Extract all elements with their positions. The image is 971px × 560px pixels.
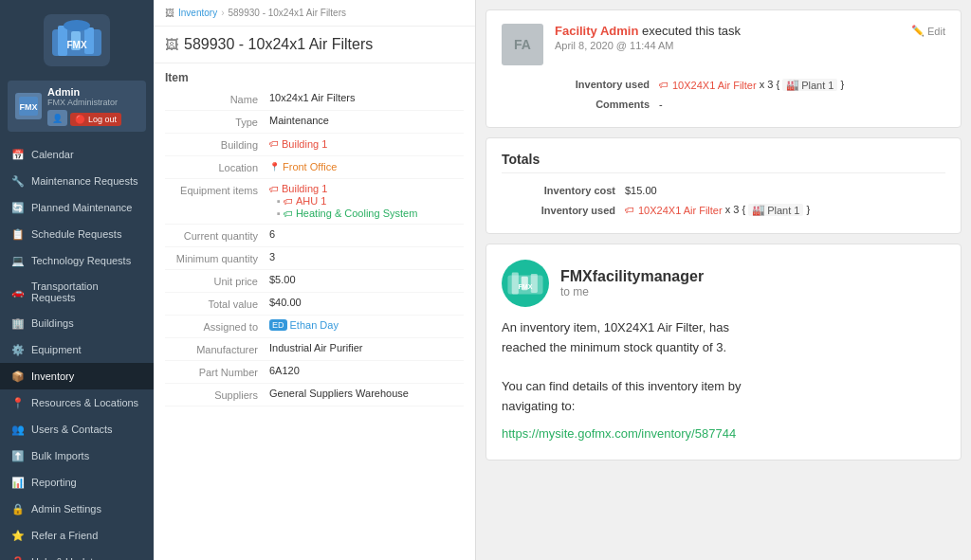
sidebar-item-label: Bulk Imports [31,450,89,461]
sidebar-item-label: Reporting [31,477,77,488]
executed-text: Facility Admin executed this task [555,24,741,38]
email-header: FMX FMXfacilitymanager to me [502,260,945,307]
activity-title-line: Facility Admin executed this task ✏️ Edi… [555,24,945,38]
totals-plant-tag: 🏭 Plant 1 [748,204,803,216]
sidebar-item-help[interactable]: ❓ Help & Updates [0,549,154,560]
breadcrumb-inventory-link[interactable]: Inventory [178,8,217,18]
sidebar-item-admin[interactable]: 🔒 Admin Settings [0,496,154,522]
detail-row-total-value: Total value $40.00 [165,293,464,316]
email-para-1: An inventory item, 10X24X1 Air Filter, h… [502,318,945,358]
sidebar-item-label: Technology Requests [31,255,131,266]
sidebar-item-label: Refer a Friend [31,530,98,541]
sidebar-item-label: Help & Updates [31,556,104,560]
user-role: FMX Administrator [47,98,138,107]
sidebar-item-resources[interactable]: 📍 Resources & Locations [0,389,154,416]
field-label-building: Building [165,137,269,151]
totals-plant-icon: 🏭 [752,204,765,216]
detail-row-equipment: Equipment items 🏷 Building 1 ▪ 🏷 AHU 1 ▪… [165,179,464,225]
help-icon: ❓ [11,555,25,560]
detail-title-text: 589930 - 10x24x1 Air Filters [184,36,373,53]
sidebar-item-bulk[interactable]: ⬆️ Bulk Imports [0,443,154,469]
sidebar-item-label: Planned Maintenance [31,202,132,213]
sidebar-item-reporting[interactable]: 📊 Reporting [0,469,154,496]
sidebar-item-label: Maintenance Requests [31,175,138,187]
equipment-item-1[interactable]: ▪ 🏷 AHU 1 [269,195,464,207]
sidebar-item-transportation[interactable]: 🚗 Transportation Requests [0,274,154,310]
field-label-total-value: Total value [165,297,269,310]
activity-field-inventory: Inventory used 🏷 10X24X1 Air Filter x 3 … [555,75,945,95]
sidebar-item-refer[interactable]: ⭐ Refer a Friend [0,522,154,549]
equipment-name-2: Heating & Cooling System [296,208,417,219]
detail-row-min-qty: Minimum quantity 3 [165,247,464,270]
detail-row-name: Name 10x24x1 Air Filters [165,88,464,111]
email-link[interactable]: https://mysite.gofmx.com/inventory/58774… [502,425,945,444]
action-text: executed this task [642,24,741,38]
profile-button[interactable]: 👤 [47,110,67,126]
field-value-type: Maintenance [269,115,464,126]
field-value-equipment: 🏷 Building 1 ▪ 🏷 AHU 1 ▪ 🏷 Heating & Coo… [269,183,464,220]
totals-row-cost: Inventory cost $15.00 [502,181,945,200]
detail-table: Name 10x24x1 Air Filters Type Maintenanc… [154,88,475,406]
field-value-building: Building 1 [269,137,464,150]
email-body: An inventory item, 10X24X1 Air Filter, h… [502,318,945,444]
inventory-item-name: 10X24X1 Air Filter [672,80,757,91]
sidebar-item-technology[interactable]: 💻 Technology Requests [0,247,154,274]
section-label: Item [154,63,475,88]
email-sender-name: FMXfacilitymanager [560,268,704,285]
plant-icon: 🏭 [786,79,799,91]
sidebar-item-label: Transportation Requests [31,280,142,303]
email-card: FMX FMXfacilitymanager to me An inventor… [486,244,962,461]
detail-row-location: Location Front Office [165,156,464,179]
sidebar-item-label: Schedule Requests [31,228,121,240]
activity-body: Inventory used 🏷 10X24X1 Air Filter x 3 … [555,75,945,114]
edit-link[interactable]: ✏️ Edit [911,25,945,37]
detail-row-assigned: Assigned to ED Ethan Day [165,316,464,338]
sidebar-item-maintenance[interactable]: 🔧 Maintenance Requests [0,168,154,194]
activity-label-comments: Comments [555,99,650,110]
field-label-location: Location [165,160,269,173]
detail-row-part-number: Part Number 6A120 [165,361,464,384]
field-label-part-number: Part Number [165,365,269,378]
inventory-icon: 📦 [11,370,25,383]
building-tag[interactable]: Building 1 [269,138,327,150]
totals-item-name: 10X24X1 Air Filter [638,205,723,216]
executor-name: Facility Admin [555,24,638,38]
logout-button[interactable]: 🔴 Log out [70,113,121,126]
location-tag[interactable]: Front Office [269,161,337,172]
sidebar-item-schedule[interactable]: 📋 Schedule Requests [0,221,154,247]
field-label-type: Type [165,115,269,128]
sidebar-item-buildings[interactable]: 🏢 Buildings [0,310,154,336]
detail-row-current-qty: Current quantity 6 [165,225,464,247]
computer-icon: 💻 [11,254,25,267]
assigned-person-link[interactable]: ED Ethan Day [269,319,464,331]
fmx-logo-icon: FMX [50,20,103,62]
equipment-name-0: Building 1 [282,183,327,194]
sidebar-item-planned[interactable]: 🔄 Planned Maintenance [0,194,154,221]
user-name: Admin [47,86,138,98]
refresh-icon: 🔄 [11,201,25,214]
field-value-name: 10x24x1 Air Filters [269,92,464,103]
car-icon: 🚗 [11,285,25,298]
sidebar-item-equipment[interactable]: ⚙️ Equipment [0,336,154,363]
equipment-name-1: AHU 1 [296,195,326,207]
user-area: FMX Admin FMX Administrator 👤 🔴 Log out [8,81,146,132]
totals-value-used: 🏷 10X24X1 Air Filter x 3 { 🏭 Plant 1 } [625,204,810,216]
inventory-tag[interactable]: 🏷 10X24X1 Air Filter [659,80,757,91]
lock-icon: 🔒 [11,502,25,515]
activity-header: FA Facility Admin executed this task ✏️ … [502,24,945,65]
sidebar-item-calendar[interactable]: 📅 Calendar [0,141,154,168]
totals-inventory-tag[interactable]: 🏷 10X24X1 Air Filter [625,205,723,216]
activity-label-inventory: Inventory used [555,79,650,90]
sidebar-item-users[interactable]: 👥 Users & Contacts [0,416,154,443]
equipment-item-0[interactable]: 🏷 Building 1 [269,183,464,194]
equipment-item-2[interactable]: ▪ 🏷 Heating & Cooling System [269,208,464,219]
sidebar-item-label: Resources & Locations [31,397,138,408]
detail-row-manufacturer: Manufacturer Industrial Air Purifier [165,338,464,361]
detail-row-building: Building Building 1 [165,134,464,156]
facility-admin-avatar: FA [502,24,543,65]
logo-area: FMX [0,0,154,76]
clipboard-icon: 📋 [11,227,25,241]
field-value-unit-price: $5.00 [269,274,464,285]
field-value-location: Front Office [269,160,464,172]
sidebar-item-inventory[interactable]: 📦 Inventory [0,363,154,389]
